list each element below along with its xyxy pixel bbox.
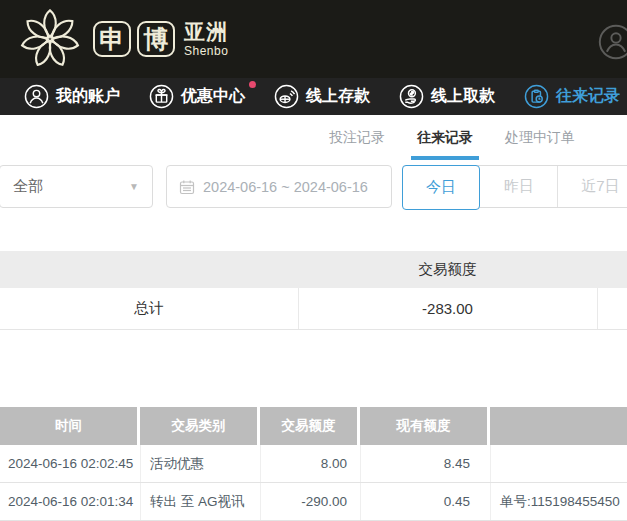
brand-subtitle: Shenbo (184, 45, 228, 57)
nav-label: 我的账户 (56, 86, 120, 107)
divider (298, 288, 299, 329)
user-icon (24, 84, 49, 109)
range-yesterday-button[interactable]: 昨日 (481, 166, 557, 207)
tab-label: 往来记录 (417, 129, 473, 147)
summary-total-label: 总计 (0, 288, 298, 329)
divider (597, 288, 598, 329)
cell-amount: 8.00 (260, 445, 360, 482)
type-select-value: 全部 (13, 177, 43, 196)
cell-type: 转出 至 AG视讯 (140, 483, 260, 520)
nav-item-promotions[interactable]: 优惠中心 (149, 84, 245, 109)
nav-item-records[interactable]: 往来记录 (524, 84, 620, 109)
tab-processing-orders[interactable]: 处理中订单 (505, 115, 575, 160)
col-header-balance: 现有额度 (360, 407, 487, 445)
col-header-note (490, 407, 627, 445)
cell-type: 活动优惠 (140, 445, 260, 482)
tab-transaction-records[interactable]: 往来记录 (417, 115, 473, 160)
nav-item-withdraw[interactable]: 线上取款 (399, 84, 495, 109)
user-avatar-icon[interactable] (598, 24, 627, 60)
nav-item-my-account[interactable]: 我的账户 (24, 84, 120, 109)
cell-amount: -290.00 (260, 483, 360, 520)
withdraw-hand-icon (399, 84, 424, 109)
gift-icon (149, 84, 174, 109)
filter-bar: 全部 ▼ 2024-06-16 ~ 2024-06-16 今日 昨日 近7日 (0, 160, 627, 222)
record-tabs: 投注记录 往来记录 处理中订单 (0, 115, 627, 160)
deposit-coin-icon (274, 84, 299, 109)
quick-range-group: 今日 昨日 近7日 (402, 165, 627, 208)
col-header-amount: 交易额度 (260, 407, 357, 445)
cell-time: 2024-06-16 02:02:45 (0, 445, 140, 482)
cell-note: 单号:115198455450 (490, 483, 627, 520)
nav-label: 优惠中心 (181, 86, 245, 107)
range-label: 今日 (426, 178, 456, 197)
summary-amount-header: 交易额度 (298, 251, 597, 288)
chevron-down-icon: ▼ (129, 181, 139, 192)
type-select[interactable]: 全部 ▼ (0, 165, 153, 208)
cell-note (490, 445, 627, 482)
brand-char-1: 申 (93, 21, 131, 57)
tab-label: 投注记录 (329, 129, 385, 147)
range-today-button[interactable]: 今日 (402, 165, 480, 210)
cell-balance: 0.45 (360, 483, 490, 520)
summary-total-row: 总计 -283.00 (0, 288, 627, 330)
summary-header-row: 交易额度 (0, 251, 627, 288)
table-row: 2024-06-16 02:02:45 活动优惠 8.00 8.45 (0, 445, 627, 483)
col-header-time: 时间 (0, 407, 137, 445)
brand-header: 申 博 亚洲 Shenbo (0, 0, 627, 78)
tab-label: 处理中订单 (505, 129, 575, 147)
date-range-value: 2024-06-16 ~ 2024-06-16 (203, 179, 368, 195)
brand-name-boxes: 申 博 (93, 21, 175, 57)
brand-char-2: 博 (137, 21, 175, 57)
transactions-table: 时间 交易类别 交易额度 现有额度 2024-06-16 02:02:45 活动… (0, 407, 627, 521)
table-row: 2024-06-16 02:01:34 转出 至 AG视讯 -290.00 0.… (0, 483, 627, 521)
range-label: 昨日 (504, 177, 534, 196)
cell-balance: 8.45 (360, 445, 490, 482)
notification-badge-dot (249, 81, 256, 88)
flower-logo-icon (16, 5, 84, 73)
records-clipboard-icon (524, 84, 549, 109)
table-header-row: 时间 交易类别 交易额度 现有额度 (0, 407, 627, 445)
nav-label: 线上存款 (306, 86, 370, 107)
col-header-type: 交易类别 (140, 407, 257, 445)
range-week-button[interactable]: 近7日 (557, 166, 627, 207)
cell-time: 2024-06-16 02:01:34 (0, 483, 140, 520)
nav-label: 往来记录 (556, 86, 620, 107)
date-range-input[interactable]: 2024-06-16 ~ 2024-06-16 (166, 165, 392, 208)
brand-region-cn: 亚洲 (184, 21, 228, 42)
calendar-icon (179, 179, 195, 195)
summary-total-value: -283.00 (298, 288, 597, 329)
nav-item-deposit[interactable]: 线上存款 (274, 84, 370, 109)
tab-betting-records[interactable]: 投注记录 (329, 115, 385, 160)
nav-label: 线上取款 (431, 86, 495, 107)
range-label: 近7日 (581, 177, 619, 196)
brand-logo[interactable]: 申 博 亚洲 Shenbo (16, 5, 228, 73)
main-nav: 我的账户 优惠中心 线上存款 (0, 78, 627, 115)
brand-region: 亚洲 Shenbo (184, 21, 228, 57)
summary-table: 交易额度 总计 -283.00 (0, 251, 627, 330)
